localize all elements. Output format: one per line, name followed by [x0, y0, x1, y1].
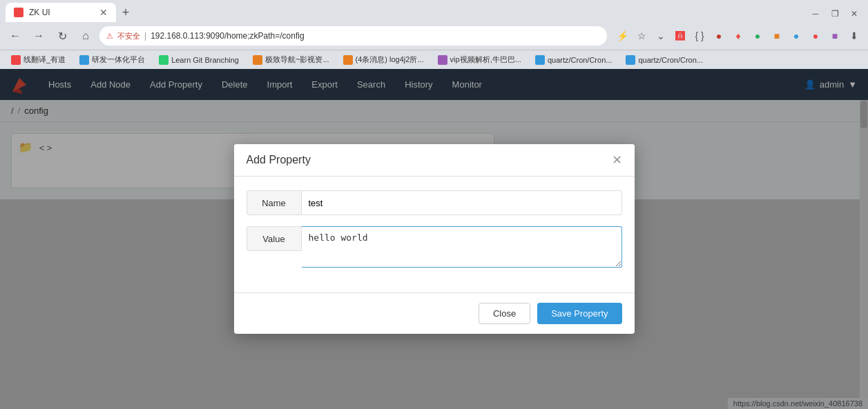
browser-tab[interactable]: ZK UI ✕ [6, 3, 116, 22]
download-button[interactable]: ⬇ [846, 28, 862, 44]
extensions-button[interactable]: ⚡ [614, 28, 630, 44]
bookmarks-bar: 线翻译_有道研发一体化平台Learn Git Branching极致导航~影视资… [0, 50, 868, 69]
bookmark-icon-2 [159, 55, 168, 65]
ext4-button[interactable]: ♦ [730, 28, 746, 44]
ext9-button[interactable]: ■ [827, 28, 843, 44]
value-field-row: Value [247, 226, 622, 268]
app-area: Hosts Add Node Add Property Delete Impor… [0, 69, 868, 409]
bookmark-item-2[interactable]: Learn Git Branching [153, 54, 244, 66]
restore-button[interactable]: ❐ [827, 6, 843, 22]
bookmark-icon-1 [79, 55, 89, 65]
name-label: Name [247, 190, 302, 215]
back-button[interactable]: ← [6, 26, 25, 46]
bookmark-icon-3 [253, 55, 262, 65]
modal-body: Name Value [234, 177, 635, 292]
security-icon: ⚠ [106, 32, 113, 41]
window-controls: ─ ❐ ✕ [807, 6, 862, 22]
modal-header: Add Property ✕ [234, 144, 635, 177]
tab-favicon [14, 8, 23, 17]
modal-dialog: Add Property ✕ Name Value Close Save [234, 144, 635, 334]
bookmark-item-5[interactable]: vip视频解析,牛巴巴... [432, 53, 527, 66]
bookmark-item-7[interactable]: quartz/Cron/Cron... [620, 54, 708, 66]
minimize-button[interactable]: ─ [807, 6, 824, 22]
value-textarea[interactable] [302, 226, 622, 268]
more-button[interactable]: ⌄ [653, 28, 669, 44]
bookmark-button[interactable]: ☆ [633, 28, 650, 44]
bookmark-label-0: 线翻译_有道 [23, 54, 66, 65]
home-button[interactable]: ⌂ [76, 26, 95, 46]
bookmark-item-4[interactable]: (4条消息) log4j2所... [338, 53, 430, 66]
address-bar: ← → ↻ ⌂ ⚠ 不安全 | 192.168.0.113:9090/home;… [0, 22, 868, 50]
security-label: 不安全 [117, 31, 140, 41]
bookmark-item-3[interactable]: 极致导航~影视资... [247, 53, 335, 66]
bookmark-icon-4 [343, 55, 353, 65]
bookmark-icon-5 [438, 55, 447, 65]
modal-title: Add Property [247, 154, 311, 166]
modal-close-button[interactable]: ✕ [612, 154, 622, 166]
bookmark-icon-7 [626, 55, 635, 65]
value-label: Value [247, 226, 302, 251]
bookmark-label-5: vip视频解析,牛巴巴... [450, 54, 521, 65]
bookmark-label-6: quartz/Cron/Cron... [548, 56, 613, 64]
bookmark-label-7: quartz/Cron/Cron... [638, 56, 703, 64]
address-input-wrap[interactable]: ⚠ 不安全 | 192.168.0.113:9090/home;zkPath=/… [99, 26, 607, 46]
bookmark-item-6[interactable]: quartz/Cron/Cron... [530, 54, 618, 66]
ext6-button[interactable]: ■ [769, 28, 785, 44]
bookmark-item-0[interactable]: 线翻译_有道 [6, 53, 71, 66]
modal-overlay: Add Property ✕ Name Value Close Save [0, 69, 868, 409]
bookmark-label-3: 极致导航~影视资... [265, 54, 329, 65]
ext3-button[interactable]: ● [711, 28, 727, 44]
tab-bar: ZK UI ✕ + ─ ❐ ✕ [0, 0, 868, 22]
tab-title: ZK UI [29, 8, 50, 17]
ext5-button[interactable]: ● [749, 28, 766, 44]
modal-footer: Close Save Property [234, 292, 635, 334]
bookmark-label-2: Learn Git Branching [171, 56, 239, 64]
forward-button[interactable]: → [29, 26, 48, 46]
name-field-row: Name [247, 190, 622, 215]
bookmark-icon-6 [535, 55, 545, 65]
ext1-button[interactable]: 🅰 [672, 28, 688, 44]
bookmark-item-1[interactable]: 研发一体化平台 [74, 53, 151, 66]
name-input[interactable] [302, 190, 622, 215]
bookmark-label-1: 研发一体化平台 [92, 54, 145, 65]
new-tab-button[interactable]: + [116, 3, 135, 22]
ext7-button[interactable]: ● [788, 28, 804, 44]
address-text: 192.168.0.113:9090/home;zkPath=/config [151, 31, 305, 41]
reload-button[interactable]: ↻ [52, 26, 72, 46]
bookmark-label-4: (4条消息) log4j2所... [356, 54, 424, 65]
save-property-button[interactable]: Save Property [537, 303, 621, 324]
bookmark-icon-0 [11, 55, 21, 65]
address-separator: | [144, 31, 146, 41]
ext8-button[interactable]: ● [807, 28, 824, 44]
close-button[interactable]: Close [479, 303, 530, 324]
tab-close-button[interactable]: ✕ [99, 7, 108, 18]
new-tab-icon: + [122, 6, 130, 20]
browser-actions: ⚡ ☆ ⌄ 🅰 { } ● ♦ ● ■ ● ● ■ ⬇ [614, 28, 862, 44]
ext2-button[interactable]: { } [691, 28, 708, 44]
close-window-button[interactable]: ✕ [846, 6, 862, 22]
